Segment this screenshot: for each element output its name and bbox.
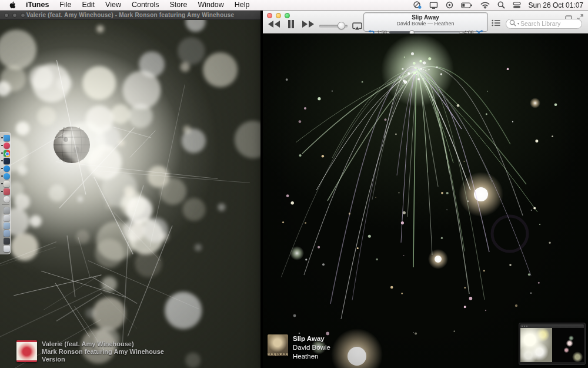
running-indicator bbox=[1, 191, 3, 193]
visualizer-window-left[interactable]: Valerie (feat. Amy Winehouse) - Mark Ron… bbox=[0, 11, 260, 368]
close-button[interactable] bbox=[4, 13, 9, 18]
running-indicator bbox=[1, 160, 3, 162]
track-title: Slip Away bbox=[293, 334, 330, 343]
itunes-icon bbox=[4, 142, 10, 149]
track-album: Heathen bbox=[293, 352, 330, 361]
trash-icon bbox=[4, 246, 10, 252]
album-art-text: heathen bbox=[268, 353, 288, 356]
dock-item-finder[interactable] bbox=[1, 134, 11, 141]
next-button[interactable] bbox=[302, 21, 315, 28]
photos-icon bbox=[4, 196, 10, 203]
previous-button[interactable] bbox=[268, 21, 280, 28]
minimize-button[interactable] bbox=[276, 13, 281, 18]
visualizer-canvas-right bbox=[263, 34, 588, 368]
menu-edit[interactable]: Edit bbox=[77, 0, 101, 10]
battery-icon[interactable] bbox=[461, 2, 473, 8]
spotlight-icon[interactable] bbox=[497, 1, 505, 9]
documents-icon bbox=[4, 215, 10, 221]
up-next-button[interactable] bbox=[492, 18, 500, 29]
stack-icon bbox=[4, 238, 10, 244]
running-indicator bbox=[1, 175, 3, 177]
pages-icon bbox=[4, 188, 10, 195]
menu-file[interactable]: File bbox=[54, 0, 76, 10]
track-album: Version bbox=[42, 356, 164, 363]
now-playing-overlay-right: heathen Slip Away David Bowie Heathen bbox=[268, 334, 330, 361]
search-field[interactable]: ▾ bbox=[506, 18, 582, 28]
menu-store[interactable]: Store bbox=[164, 0, 192, 10]
track-artist: Mark Ronson featuring Amy Winehouse bbox=[42, 348, 164, 356]
dock bbox=[0, 132, 11, 254]
window-controls bbox=[267, 13, 290, 18]
itunes-window[interactable]: Slip Away David Bowie — Heathen 1:58 -4:… bbox=[263, 11, 588, 368]
word-icon bbox=[4, 158, 10, 164]
menu-view[interactable]: View bbox=[100, 0, 126, 10]
wifi-icon[interactable] bbox=[480, 2, 490, 9]
display-mirroring-icon[interactable] bbox=[429, 2, 438, 9]
desktop-preview-thumbnail[interactable] bbox=[519, 323, 586, 365]
dock-item-stack[interactable] bbox=[1, 237, 11, 244]
left-window-controls bbox=[4, 13, 25, 18]
dock-item-chrome[interactable] bbox=[1, 150, 11, 157]
volume-thumb[interactable] bbox=[338, 22, 345, 29]
running-indicator bbox=[1, 168, 3, 170]
dock-item-pages[interactable] bbox=[1, 188, 11, 195]
dock-item-trash[interactable] bbox=[1, 245, 11, 252]
left-window-title: Valerie (feat. Amy Winehouse) - Mark Ron… bbox=[26, 12, 235, 18]
running-indicator bbox=[1, 137, 3, 139]
search-scope-caret[interactable]: ▾ bbox=[517, 21, 519, 26]
printer-icon bbox=[4, 207, 10, 214]
search-icon: ▾ bbox=[509, 19, 519, 27]
play-circle-icon[interactable] bbox=[446, 1, 453, 9]
chrome-icon bbox=[4, 150, 10, 157]
dock-item-app-store[interactable] bbox=[1, 165, 11, 172]
zoom-button[interactable] bbox=[21, 13, 25, 18]
menu-window[interactable]: Window bbox=[192, 0, 229, 10]
rewind-icon bbox=[268, 21, 280, 28]
track-title: Valerie (feat. Amy Winehouse) bbox=[42, 340, 164, 348]
airplay-icon bbox=[352, 22, 362, 30]
dock-item-printer[interactable] bbox=[1, 207, 11, 214]
textedit-icon bbox=[4, 181, 10, 187]
airplay-button[interactable] bbox=[352, 22, 362, 32]
left-window-titlebar[interactable]: Valerie (feat. Amy Winehouse) - Mark Ron… bbox=[0, 11, 260, 20]
apple-menu[interactable] bbox=[6, 1, 21, 9]
track-artist: David Bowie bbox=[293, 343, 330, 352]
transport-controls bbox=[268, 20, 315, 28]
fast-forward-icon bbox=[302, 21, 315, 28]
dock-item-folder-b[interactable] bbox=[1, 230, 11, 237]
volume-slider[interactable] bbox=[319, 22, 348, 29]
app-store-icon bbox=[4, 165, 10, 172]
dock-item-photos[interactable] bbox=[1, 195, 11, 203]
dock-item-documents[interactable] bbox=[1, 214, 11, 221]
lcd-track-title: Slip Away bbox=[364, 14, 487, 21]
desktop: Valerie (feat. Amy Winehouse) - Mark Ron… bbox=[0, 0, 588, 368]
running-indicator bbox=[1, 152, 3, 154]
pause-button[interactable] bbox=[288, 20, 295, 28]
finder-icon bbox=[4, 135, 10, 141]
menu-help[interactable]: Help bbox=[229, 0, 255, 10]
menu-bar: iTunes File Edit View Controls Store Win… bbox=[0, 0, 588, 11]
menu-controls[interactable]: Controls bbox=[126, 0, 165, 10]
sync-icon[interactable] bbox=[413, 1, 422, 9]
close-button[interactable] bbox=[267, 13, 272, 18]
app-menu-itunes[interactable]: iTunes bbox=[21, 0, 54, 10]
dock-separator bbox=[2, 204, 9, 205]
itunes-toolbar: Slip Away David Bowie — Heathen 1:58 -4:… bbox=[263, 11, 588, 34]
dock-item-safari[interactable] bbox=[1, 173, 11, 180]
up-next-icon bbox=[492, 19, 500, 26]
dock-item-itunes[interactable] bbox=[1, 142, 11, 149]
lcd-display: Slip Away David Bowie — Heathen 1:58 -4:… bbox=[363, 12, 488, 32]
dock-item-word[interactable] bbox=[1, 157, 11, 164]
running-indicator bbox=[1, 145, 3, 147]
folder-a-icon bbox=[4, 223, 10, 229]
dock-item-folder-a[interactable] bbox=[1, 222, 11, 229]
minimize-button[interactable] bbox=[12, 13, 17, 18]
zoom-button[interactable] bbox=[285, 13, 290, 18]
user-switch-icon[interactable] bbox=[513, 2, 521, 9]
thumbnail-left-pane bbox=[520, 328, 552, 362]
dock-item-textedit[interactable] bbox=[1, 180, 11, 187]
lcd-artist-album: David Bowie — Heathen bbox=[364, 21, 487, 26]
menu-bar-clock[interactable]: Sun 26 Oct 01:07 bbox=[529, 1, 584, 9]
album-art-heathen: heathen bbox=[268, 334, 288, 356]
running-indicator bbox=[1, 183, 3, 185]
